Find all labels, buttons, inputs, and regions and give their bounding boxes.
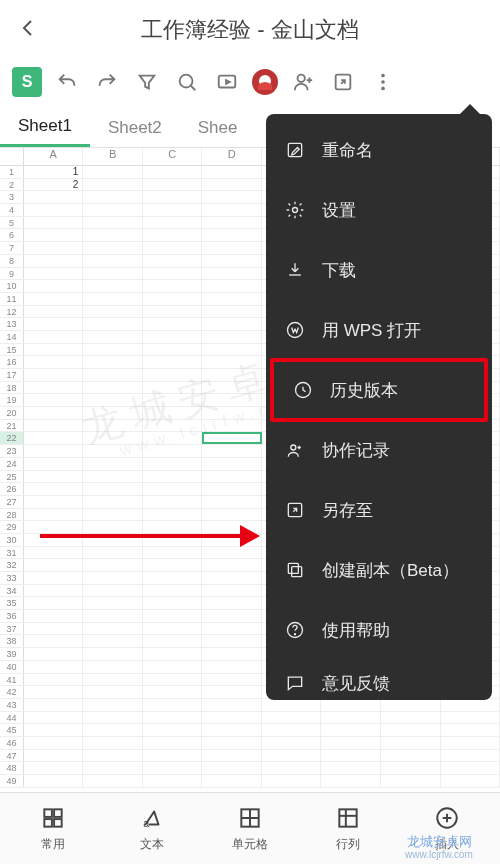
back-button[interactable] [16,16,40,44]
cell[interactable] [143,166,203,178]
add-user-icon[interactable] [288,67,318,97]
cell[interactable] [143,559,203,571]
row-number[interactable]: 45 [0,724,24,736]
cell[interactable] [24,432,84,444]
cell[interactable] [24,610,84,622]
cell[interactable] [143,635,203,647]
cell[interactable] [143,610,203,622]
cell[interactable] [24,496,84,508]
cell[interactable] [202,572,262,584]
cell[interactable] [143,762,203,774]
cell[interactable] [24,762,84,774]
cell[interactable] [202,255,262,267]
cell[interactable] [143,229,203,241]
filter-icon[interactable] [132,67,162,97]
menu-item-save-as[interactable]: 另存至 [266,480,492,540]
cell[interactable] [143,597,203,609]
cell[interactable] [143,407,203,419]
cell[interactable] [202,712,262,724]
cell[interactable] [143,699,203,711]
cell[interactable] [202,382,262,394]
cell[interactable] [202,585,262,597]
cell[interactable] [24,483,84,495]
cell[interactable] [202,623,262,635]
cell[interactable] [321,750,381,762]
row-number[interactable]: 35 [0,597,24,609]
cell[interactable] [202,407,262,419]
cell[interactable] [24,559,84,571]
cell[interactable] [202,509,262,521]
row-number[interactable]: 38 [0,635,24,647]
cell[interactable] [143,432,203,444]
sheet-tab[interactable]: Sheet1 [0,108,90,147]
cell[interactable] [143,318,203,330]
cell[interactable] [441,775,500,787]
cell[interactable] [83,229,143,241]
cell[interactable] [24,458,84,470]
cell[interactable] [202,394,262,406]
row-number[interactable]: 16 [0,356,24,368]
cell[interactable] [24,521,84,533]
cell[interactable] [83,559,143,571]
cell[interactable] [202,242,262,254]
row-number[interactable]: 32 [0,559,24,571]
cell[interactable] [24,674,84,686]
row-number[interactable]: 6 [0,229,24,241]
cell[interactable] [24,750,84,762]
cell[interactable] [24,217,84,229]
cell[interactable] [262,724,322,736]
cell[interactable] [381,775,441,787]
row-number[interactable]: 37 [0,623,24,635]
cell[interactable] [202,775,262,787]
cell[interactable] [202,496,262,508]
cell[interactable] [202,280,262,292]
cell[interactable] [24,229,84,241]
cell[interactable] [202,331,262,343]
cell[interactable] [83,496,143,508]
row-number[interactable]: 39 [0,648,24,660]
cell[interactable] [83,661,143,673]
cell[interactable] [143,737,203,749]
cell[interactable] [143,712,203,724]
cell[interactable] [24,407,84,419]
cell[interactable] [143,458,203,470]
cell[interactable] [262,750,322,762]
bottom-tab-text[interactable]: a文本 [102,805,200,853]
cell[interactable] [83,255,143,267]
cell[interactable] [83,572,143,584]
cell[interactable] [143,217,203,229]
row-number[interactable]: 25 [0,471,24,483]
bottom-tab-rowcol[interactable]: 行列 [299,805,397,853]
redo-icon[interactable] [92,67,122,97]
cell[interactable] [24,699,84,711]
cell[interactable] [202,432,262,444]
cell[interactable] [24,420,84,432]
cell[interactable] [143,420,203,432]
row-number[interactable]: 36 [0,610,24,622]
cell[interactable] [381,762,441,774]
cell[interactable] [202,458,262,470]
cell[interactable] [143,623,203,635]
column-header[interactable]: B [83,148,143,165]
cell[interactable] [24,585,84,597]
cell[interactable] [202,534,262,546]
cell[interactable] [202,483,262,495]
row-number[interactable]: 23 [0,445,24,457]
cell[interactable] [83,445,143,457]
row-number[interactable]: 47 [0,750,24,762]
cell[interactable] [143,521,203,533]
cell[interactable] [83,635,143,647]
menu-item-feedback[interactable]: 意见反馈 [266,660,492,700]
cell[interactable] [83,724,143,736]
cell[interactable] [143,255,203,267]
row-number[interactable]: 18 [0,382,24,394]
menu-item-download[interactable]: 下载 [266,240,492,300]
cell[interactable] [83,521,143,533]
cell[interactable] [202,737,262,749]
cell[interactable] [83,737,143,749]
cell[interactable] [24,293,84,305]
row-number[interactable]: 30 [0,534,24,546]
cell[interactable] [24,306,84,318]
cell[interactable] [143,306,203,318]
cell[interactable] [24,712,84,724]
